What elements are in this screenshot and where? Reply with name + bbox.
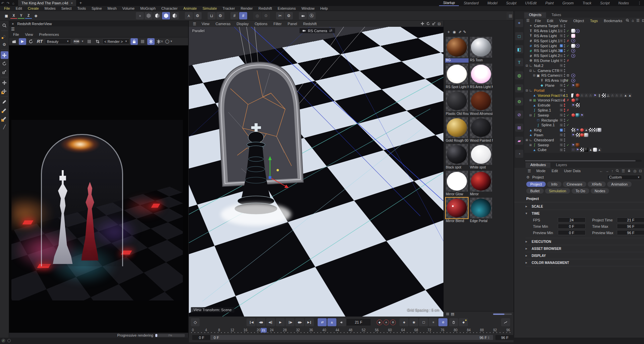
visibility-dots[interactable] [564,69,565,72]
object-row-sweep[interactable]: ⊞ʃSweep✎✓⚑ [524,142,644,147]
tag-pillars[interactable]: ∥ [597,93,601,97]
tag-ballbr[interactable] [576,83,580,87]
layer-color-chip[interactable]: ✎ [560,29,563,32]
tag-hexred[interactable] [571,113,575,117]
enable-state[interactable]: ✓ [566,143,570,147]
cube-primitive-icon[interactable]: ◧ [515,45,523,53]
go-to-start-button[interactable]: ❙◀ [247,318,256,326]
object-row-rs-camera[interactable]: ⊟▣RS Camera✎⊡ [524,73,644,78]
visibility-dots[interactable] [564,114,565,117]
expand-toggle[interactable]: ⊞ [525,138,529,142]
undo-icon[interactable]: ↶ [0,1,5,5]
layer-color-chip[interactable]: ✎ [560,89,563,92]
axis-lock-y[interactable]: Y [18,13,24,19]
menu-file[interactable]: File [1,6,13,10]
viewport-pan-icon[interactable] [421,22,424,26]
redo-icon[interactable]: ↷ [5,1,11,5]
object-name[interactable]: RS Spot Light.2 [533,54,560,58]
enable-state[interactable]: ✓ [566,123,570,127]
object-name[interactable]: RS Spot Light.3 [533,49,560,53]
radial-symmetry-button[interactable]: ◎ [253,12,261,19]
guides-tool-button[interactable]: ⊔ [208,12,216,19]
visibility-dots[interactable] [564,59,565,62]
timeline-ruler[interactable]: 0481216202428323640444852566064687276808… [191,328,512,334]
pill-xrefs[interactable]: XRefs [588,182,606,187]
expand-toggle[interactable]: ⊟ [525,89,529,92]
enable-state[interactable]: ✗ [566,98,570,102]
material-thumbnail[interactable] [446,90,468,111]
play-button[interactable]: ▶ [276,318,285,326]
scale-tool[interactable] [1,68,8,76]
objects-menu-bookmarks[interactable]: Bookmarks [601,19,625,23]
keyframe-selection-filter[interactable]: ⊘ [438,318,447,326]
enable-state[interactable]: ✓ [566,79,570,82]
filter-icon[interactable]: ☰ [636,18,640,23]
menu-spline[interactable]: Spline [89,6,105,10]
tag-target[interactable] [571,39,575,43]
renderview-close-icon[interactable]: × [12,22,14,26]
cloner-icon[interactable]: ◍ [515,71,523,79]
pen-move-icon[interactable]: ⌖ [515,19,523,27]
camera-label[interactable]: RS Camera ⇄ [300,28,335,33]
enable-state[interactable]: ✓ [566,119,570,122]
objects-menu-view[interactable]: View [557,19,570,23]
enable-state[interactable]: ✗ [566,59,570,62]
pill-project[interactable]: Project [526,182,546,187]
attributes-menu-edit[interactable]: Edit [549,169,560,173]
object-name[interactable]: Camera CTR [537,69,559,73]
shading-solid-outline-button[interactable] [171,12,179,19]
shading-solid-button[interactable] [162,12,170,19]
expand-toggle[interactable]: ⊞ [529,98,532,102]
material-mirror-blend[interactable]: Mirror Blend [445,197,469,223]
enable-state[interactable]: ✓ [566,29,570,32]
field-preview-max[interactable]: 96 F [617,230,644,235]
spline-pen-tool[interactable] [1,106,8,114]
keyframe-preset-toggle[interactable]: ◆ [459,318,468,326]
menu-help[interactable]: Help [318,6,331,10]
visibility-dots[interactable] [564,109,565,112]
thumbnail-grid-icon[interactable] [446,312,449,316]
playhead[interactable]: 21 [261,328,267,333]
tag-ballblk[interactable] [584,148,588,152]
layer-color-chip[interactable]: ✎ [560,69,563,72]
tag-ballw[interactable] [571,44,575,48]
object-row-portail[interactable]: ⊟∟Portail✎ [524,88,644,93]
menu-mesh[interactable]: Mesh [105,6,119,10]
enable-state[interactable]: ✗ [566,39,570,43]
material-gold-rough-001-4k[interactable]: Gold Rough 001 4K [445,117,469,143]
panel-menu-icon[interactable]: ☰ [524,18,532,23]
material-thumbnail[interactable] [470,37,492,58]
knife-tool[interactable]: ╱ [1,123,8,131]
sketch-pen-tool[interactable] [1,98,8,106]
object-row-plane[interactable]: ◆Plane✎✓⚑ [524,83,644,88]
object-name[interactable]: Null.2 [533,64,543,68]
grid-toggle-button[interactable]: # [230,12,238,19]
visibility-dots[interactable] [564,24,565,27]
tag-checker[interactable] [580,148,584,152]
bucket-grid-button[interactable] [139,38,146,45]
material-plastic-old-rough[interactable]: Plastic Old Rough [445,90,469,116]
objects-menu-file[interactable]: File [532,19,544,23]
renderview-tab-title[interactable]: Redshift RenderView [17,22,52,26]
point-pen-tool[interactable] [1,115,8,122]
layout-tab-startup[interactable]: Startup [439,0,459,6]
search-icon[interactable] [626,18,629,23]
tag-ballgrey[interactable] [597,128,601,132]
menu-select[interactable]: Select [59,6,74,10]
object-row-null-2[interactable]: ⊟∟Null.2✎ [524,63,644,68]
expand-toggle[interactable]: ⊟ [532,74,536,77]
rotate-tool[interactable] [1,60,8,67]
layout-tab-script[interactable]: Script [596,0,613,6]
deformer-icon[interactable]: ⊠ [515,124,523,132]
snapshot-freeze-g-button[interactable]: G [156,38,163,45]
material-thumbnail[interactable] [470,117,492,138]
previous-key-button[interactable]: ◀◆ [256,318,265,326]
attributes-tab-layers[interactable]: Layers [551,162,572,168]
tag-tri[interactable]: ▲ [589,148,593,152]
object-name[interactable]: Cube [537,148,546,152]
layer-color-chip[interactable]: ✎ [560,34,563,37]
section-header-scale[interactable]: ▸SCALE [526,203,644,210]
enable-state[interactable]: ✗ [566,109,570,112]
tag-tri[interactable]: ▲ [628,93,632,97]
tag-flag[interactable]: ⚑ [571,143,575,147]
